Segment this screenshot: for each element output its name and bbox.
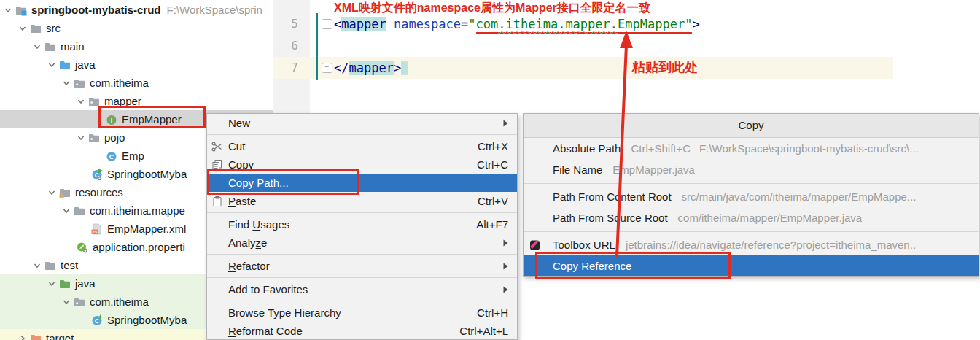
submenu-item-value: src/main/java/com/itheima/mapper/EmpMapp… — [682, 190, 917, 203]
menu-item-shortcut: Ctrl+H — [477, 306, 508, 319]
tree-item-label: pojo — [104, 128, 125, 147]
tree-item-main[interactable]: main — [0, 37, 273, 55]
line-number: 5 — [273, 13, 298, 35]
chevron-down-icon[interactable] — [62, 298, 71, 306]
resources-folder-icon — [59, 187, 71, 198]
code-token: namespace — [394, 17, 461, 31]
fold-marker-icon[interactable]: − — [322, 63, 332, 73]
submenu-arrow-icon — [503, 263, 508, 270]
copy-submenu-title: Copy — [524, 114, 979, 138]
line-number: 6 — [273, 35, 298, 57]
tree-item-label: EmpMapper.xml — [107, 220, 186, 238]
chevron-down-icon[interactable] — [62, 79, 71, 88]
submenu-item-absolute-path[interactable]: Absolute PathCtrl+Shift+CF:\WorkSpace\sp… — [524, 138, 979, 159]
menu-item-label: Browse Type Hierarchy — [228, 306, 341, 319]
fold-marker-icon[interactable]: − — [322, 19, 332, 29]
menu-item-label: Copy — [228, 158, 254, 171]
submenu-item-value: EmpMapper.java — [612, 163, 695, 176]
chevron-down-icon[interactable] — [77, 134, 85, 142]
menu-item-label: Paste — [228, 195, 256, 207]
annotation-text-paste-here: 粘贴到此处 — [632, 58, 698, 76]
submenu-item-label: Path From Source Root — [553, 212, 668, 224]
line-number: 7 — [273, 57, 298, 79]
tree-item-label: mapper — [104, 92, 141, 110]
annotation-text-top: XML映射文件的namespace属性为Mapper接口全限定名一致 — [334, 1, 650, 16]
package-icon — [74, 296, 85, 308]
vcs-change-bar — [316, 13, 318, 80]
tree-item-mapper[interactable]: mapper — [0, 92, 273, 110]
submenu-item-label: File Name — [553, 163, 602, 176]
code-token: " — [468, 17, 475, 31]
code-token: .itheima.mapper. — [498, 17, 618, 34]
package-icon — [74, 77, 85, 89]
menu-item-label: Copy Path... — [228, 177, 289, 189]
tree-item-springboot-mybatis-crud[interactable]: springboot-mybatis-crudF:\WorkSpace\spri… — [0, 1, 273, 19]
chevron-down-icon[interactable] — [33, 261, 42, 270]
menu-item-copy-path[interactable]: Copy Path... — [207, 174, 517, 192]
code-token: EmpMapper — [618, 17, 685, 34]
menu-item-label: Find Usages — [228, 218, 289, 231]
menu-item-add-to-favorites[interactable]: Add to Favorites — [207, 280, 517, 298]
tree-item-label: com.itheima.mappe — [90, 201, 185, 220]
tree-item-java[interactable]: java — [0, 55, 273, 74]
chevron-down-icon[interactable] — [4, 6, 12, 15]
menu-item-shortcut: Alt+F7 — [476, 218, 508, 231]
menu-item-label: Add to Favorites — [228, 283, 308, 295]
submenu-item-label: Path From Content Root — [553, 190, 672, 203]
submenu-item-label: Toolbox URL — [553, 239, 615, 251]
submenu-item-file-name[interactable]: File NameEmpMapper.java — [524, 159, 979, 180]
folder-icon — [30, 23, 42, 34]
chevron-down-icon[interactable] — [47, 61, 56, 69]
menu-item-analyze[interactable]: Analyze — [207, 233, 517, 252]
menu-item-new[interactable]: New — [207, 114, 517, 132]
chevron-right-icon[interactable] — [18, 334, 27, 340]
menu-item-reformat-code[interactable]: Reformat CodeCtrl+Alt+L — [207, 322, 517, 340]
submenu-item-path-from-source-root[interactable]: Path From Source Rootcom/itheima/mapper/… — [524, 207, 979, 228]
code-token: " — [685, 17, 692, 34]
svg-text:<>: <> — [93, 229, 98, 233]
chevron-down-icon[interactable] — [62, 206, 71, 215]
menu-item-refactor[interactable]: Refactor — [207, 257, 517, 275]
tree-item-com-itheima[interactable]: com.itheima — [0, 74, 273, 92]
chevron-down-icon[interactable] — [18, 24, 27, 33]
package-icon — [88, 96, 100, 107]
svg-text:I: I — [111, 116, 113, 123]
project-path: F:\WorkSpace\sprin — [167, 4, 262, 16]
folder-icon — [44, 260, 56, 271]
menu-item-find-usages[interactable]: Find UsagesAlt+F7 — [207, 215, 517, 233]
code-line-5[interactable]: <mapper namespace="com.itheima.mapper.Em… — [334, 13, 700, 35]
menu-item-cut[interactable]: CutCtrl+X — [207, 137, 517, 155]
chevron-down-icon[interactable] — [47, 188, 56, 197]
menu-item-copy[interactable]: CopyCtrl+C — [207, 155, 517, 174]
code-token: com — [476, 17, 499, 34]
chevron-down-icon[interactable] — [47, 279, 56, 288]
interface-icon: I — [106, 114, 117, 125]
tree-item-label: main — [61, 37, 85, 55]
tree-item-label: SpringbootMyba — [107, 311, 187, 329]
menu-separator — [524, 180, 979, 186]
menu-separator — [524, 228, 979, 234]
code-line-7[interactable]: </mapper> — [334, 57, 408, 79]
code-token: = — [461, 17, 468, 31]
menu-item-paste[interactable]: PasteCtrl+V — [207, 192, 517, 210]
menu-item-browse-type-hierarchy[interactable]: Browse Type HierarchyCtrl+H — [207, 304, 517, 322]
class-icon: C — [106, 150, 117, 162]
toolbox-icon — [529, 239, 547, 251]
menu-item-shortcut: Ctrl+V — [478, 195, 508, 207]
submenu-item-value: F:\WorkSpace\springboot-mybatis-crud\src… — [699, 142, 919, 155]
submenu-item-copy-reference[interactable]: Copy Reference — [524, 255, 979, 277]
menu-separator — [207, 275, 517, 280]
folder-icon — [74, 205, 85, 217]
paste-icon — [211, 196, 228, 207]
copy-icon — [211, 159, 228, 171]
tree-item-src[interactable]: src — [0, 19, 273, 37]
chevron-down-icon[interactable] — [33, 42, 42, 51]
submenu-item-path-from-content-root[interactable]: Path From Content Rootsrc/main/java/com/… — [524, 186, 979, 207]
copy-submenu: Copy Absolute PathCtrl+Shift+CF:\WorkSpa… — [523, 113, 979, 277]
tree-item-label: EmpMapper — [122, 110, 182, 128]
tree-item-label: com.itheima — [90, 74, 149, 92]
test-folder-icon — [59, 278, 71, 290]
submenu-item-toolbox-url[interactable]: Toolbox URLjetbrains://idea/navigate/ref… — [524, 234, 979, 255]
chevron-down-icon[interactable] — [77, 97, 85, 106]
tree-item-label: java — [75, 55, 96, 74]
